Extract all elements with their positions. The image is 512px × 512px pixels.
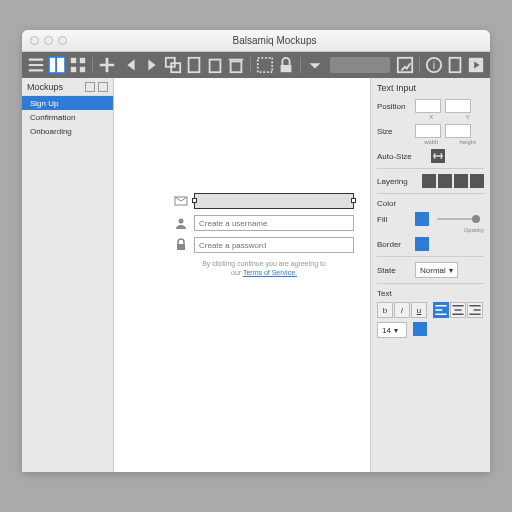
mockups-sidebar: Mockups Sign Up Confirmation Onboarding	[22, 78, 114, 472]
align-left-button[interactable]	[433, 302, 449, 318]
svg-rect-5	[80, 67, 85, 72]
fullscreen-button[interactable]	[467, 56, 485, 74]
border-label: Border	[377, 240, 411, 249]
bold-button[interactable]: b	[377, 302, 393, 318]
window-controls	[30, 36, 67, 45]
lock-icon	[174, 238, 188, 252]
email-input-element[interactable]	[194, 193, 354, 209]
svg-rect-11	[258, 58, 272, 72]
info-button[interactable]: i	[425, 56, 443, 74]
library-button[interactable]	[396, 56, 414, 74]
height-input[interactable]	[445, 124, 471, 138]
close-window-button[interactable]	[30, 36, 39, 45]
svg-point-19	[179, 219, 184, 224]
terms-text: By clicking continue you are agreeing to…	[174, 259, 354, 277]
username-input-element[interactable]	[194, 215, 354, 231]
chevron-down-icon: ▾	[394, 326, 398, 335]
svg-rect-1	[57, 58, 64, 72]
resize-handle-right[interactable]	[351, 198, 356, 203]
svg-rect-9	[210, 60, 221, 73]
sidebar-item-onboarding[interactable]: Onboarding	[22, 124, 113, 138]
zoom-dropdown[interactable]	[306, 56, 324, 74]
align-center-button[interactable]	[450, 302, 466, 318]
zoom-window-button[interactable]	[58, 36, 67, 45]
sidebar-header: Mockups	[22, 78, 113, 96]
quick-add-search[interactable]	[330, 57, 390, 73]
terms-link[interactable]: Terms of Service.	[243, 269, 297, 276]
send-backward-button[interactable]	[454, 174, 468, 188]
size-label: Size	[377, 127, 411, 136]
sidebar-menu-button[interactable]	[98, 82, 108, 92]
password-input-element[interactable]	[194, 237, 354, 253]
app-window: Balsamiq Mockups i Mockups	[22, 30, 490, 472]
svg-rect-2	[71, 58, 76, 63]
minimize-window-button[interactable]	[44, 36, 53, 45]
border-color-swatch[interactable]	[415, 237, 429, 251]
svg-rect-8	[189, 58, 200, 72]
user-icon	[174, 216, 188, 230]
autosize-label: Auto-Size	[377, 152, 427, 161]
color-label: Color	[377, 199, 484, 208]
sidebar-item-signup[interactable]: Sign Up	[22, 96, 113, 110]
add-button[interactable]	[98, 56, 116, 74]
view-list-button[interactable]	[48, 56, 66, 74]
state-select[interactable]: Normal▾	[415, 262, 458, 278]
italic-button[interactable]: i	[394, 302, 410, 318]
duplicate-button[interactable]	[164, 56, 182, 74]
svg-rect-4	[71, 67, 76, 72]
titlebar: Balsamiq Mockups	[22, 30, 490, 52]
text-label: Text	[377, 289, 484, 298]
main-toolbar: i	[22, 52, 490, 78]
inspector-title: Text Input	[377, 83, 484, 93]
bring-forward-button[interactable]	[438, 174, 452, 188]
svg-rect-12	[281, 65, 292, 72]
svg-text:i: i	[433, 59, 435, 71]
fill-label: Fill	[377, 215, 411, 224]
lock-button[interactable]	[277, 56, 295, 74]
send-back-button[interactable]	[470, 174, 484, 188]
redo-button[interactable]	[143, 56, 161, 74]
state-label: State	[377, 266, 411, 275]
content-area: Mockups Sign Up Confirmation Onboarding	[22, 78, 490, 472]
svg-rect-3	[80, 58, 85, 63]
svg-rect-0	[50, 58, 55, 72]
inspector-panel: Text Input Position X Y Size width heigh…	[370, 78, 490, 472]
window-title: Balsamiq Mockups	[67, 35, 482, 46]
autosize-button[interactable]	[431, 149, 445, 163]
sidebar-title: Mockups	[27, 82, 63, 92]
sidebar-view-toggle[interactable]	[85, 82, 95, 92]
canvas[interactable]: By clicking continue you are agreeing to…	[114, 78, 370, 472]
position-y-input[interactable]	[445, 99, 471, 113]
text-color-swatch[interactable]	[413, 322, 427, 336]
view-grid-button[interactable]	[69, 56, 87, 74]
chevron-down-icon: ▾	[449, 266, 453, 275]
copy-button[interactable]	[185, 56, 203, 74]
bring-front-button[interactable]	[422, 174, 436, 188]
sidebar-item-confirmation[interactable]: Confirmation	[22, 110, 113, 124]
signup-form-mockup: By clicking continue you are agreeing to…	[174, 193, 354, 277]
svg-rect-10	[231, 61, 242, 72]
resize-handle-left[interactable]	[192, 198, 197, 203]
group-button[interactable]	[256, 56, 274, 74]
opacity-slider[interactable]	[437, 218, 480, 220]
align-right-button[interactable]	[467, 302, 483, 318]
menu-icon[interactable]	[27, 56, 45, 74]
paste-button[interactable]	[206, 56, 224, 74]
mail-icon	[174, 194, 188, 208]
width-input[interactable]	[415, 124, 441, 138]
underline-button[interactable]: u	[411, 302, 427, 318]
position-label: Position	[377, 102, 411, 111]
layering-label: Layering	[377, 177, 417, 186]
delete-button[interactable]	[227, 56, 245, 74]
undo-button[interactable]	[122, 56, 140, 74]
position-x-input[interactable]	[415, 99, 441, 113]
fontsize-select[interactable]: 14▾	[377, 322, 407, 338]
fill-color-swatch[interactable]	[415, 212, 429, 226]
svg-rect-20	[177, 244, 185, 250]
properties-button[interactable]	[446, 56, 464, 74]
svg-rect-16	[450, 58, 461, 72]
